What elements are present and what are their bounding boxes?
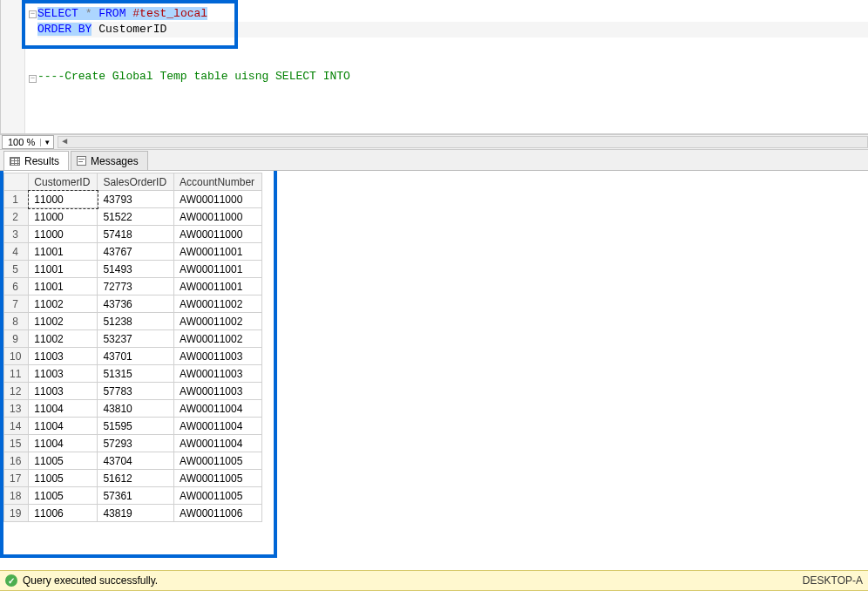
cell-salesorderid[interactable]: 51522 (98, 208, 174, 226)
cell-salesorderid[interactable]: 72773 (98, 278, 174, 296)
cell-accountnumber[interactable]: AW00011003 (174, 348, 262, 365)
table-row[interactable]: 101100343701AW00011003 (4, 348, 262, 365)
row-number[interactable]: 3 (4, 226, 29, 243)
cell-salesorderid[interactable]: 43793 (98, 191, 174, 208)
row-number[interactable]: 16 (4, 452, 29, 470)
cell-salesorderid[interactable]: 51612 (98, 470, 174, 487)
row-number[interactable]: 6 (4, 278, 29, 296)
cell-accountnumber[interactable]: AW00011005 (174, 452, 262, 470)
cell-customerid[interactable]: 11000 (29, 191, 98, 208)
horizontal-scrollbar[interactable]: ◄ (58, 136, 868, 148)
column-header[interactable]: CustomerID (29, 173, 98, 191)
cell-customerid[interactable]: 11003 (29, 365, 98, 383)
cell-salesorderid[interactable]: 43704 (98, 452, 174, 470)
cell-salesorderid[interactable]: 43819 (98, 505, 174, 522)
table-row[interactable]: 141100451595AW00011004 (4, 418, 262, 435)
cell-salesorderid[interactable]: 51595 (98, 418, 174, 435)
cell-salesorderid[interactable]: 57783 (98, 383, 174, 400)
row-number[interactable]: 2 (4, 208, 29, 226)
column-header[interactable]: AccountNumber (174, 173, 262, 191)
cell-customerid[interactable]: 11001 (29, 261, 98, 278)
cell-customerid[interactable]: 11000 (29, 208, 98, 226)
row-number[interactable]: 11 (4, 365, 29, 383)
table-row[interactable]: 171100551612AW00011005 (4, 470, 262, 487)
table-row[interactable]: 21100051522AW00011000 (4, 208, 262, 226)
cell-customerid[interactable]: 11005 (29, 487, 98, 505)
chevron-down-icon[interactable]: ▼ (40, 139, 53, 146)
cell-salesorderid[interactable]: 43810 (98, 400, 174, 418)
table-row[interactable]: 181100557361AW00011005 (4, 487, 262, 505)
cell-customerid[interactable]: 11001 (29, 278, 98, 296)
cell-accountnumber[interactable]: AW00011003 (174, 365, 262, 383)
table-row[interactable]: 121100357783AW00011003 (4, 383, 262, 400)
cell-salesorderid[interactable]: 43736 (98, 296, 174, 313)
row-number[interactable]: 17 (4, 470, 29, 487)
table-row[interactable]: 31100057418AW00011000 (4, 226, 262, 243)
fold-toggle-icon[interactable]: − (29, 10, 37, 18)
cell-salesorderid[interactable]: 57361 (98, 487, 174, 505)
cell-customerid[interactable]: 11002 (29, 330, 98, 348)
cell-accountnumber[interactable]: AW00011001 (174, 243, 262, 261)
row-number[interactable]: 18 (4, 487, 29, 505)
table-row[interactable]: 71100243736AW00011002 (4, 296, 262, 313)
cell-salesorderid[interactable]: 51315 (98, 365, 174, 383)
cell-salesorderid[interactable]: 51238 (98, 313, 174, 330)
row-number[interactable]: 19 (4, 505, 29, 522)
row-header-corner[interactable] (4, 173, 29, 191)
sql-editor-pane[interactable]: − − SELECT * FROM #test_local ORDER BY C… (0, 0, 868, 134)
cell-customerid[interactable]: 11000 (29, 226, 98, 243)
cell-accountnumber[interactable]: AW00011005 (174, 470, 262, 487)
code-text[interactable]: SELECT * FROM #test_local ORDER BY Custo… (37, 6, 868, 85)
cell-accountnumber[interactable]: AW00011004 (174, 418, 262, 435)
cell-customerid[interactable]: 11001 (29, 243, 98, 261)
table-row[interactable]: 41100143767AW00011001 (4, 243, 262, 261)
cell-accountnumber[interactable]: AW00011001 (174, 278, 262, 296)
row-number[interactable]: 4 (4, 243, 29, 261)
cell-accountnumber[interactable]: AW00011005 (174, 487, 262, 505)
table-row[interactable]: 51100151493AW00011001 (4, 261, 262, 278)
cell-accountnumber[interactable]: AW00011000 (174, 226, 262, 243)
table-row[interactable]: 111100351315AW00011003 (4, 365, 262, 383)
cell-customerid[interactable]: 11003 (29, 383, 98, 400)
table-row[interactable]: 91100253237AW00011002 (4, 330, 262, 348)
cell-accountnumber[interactable]: AW00011001 (174, 261, 262, 278)
row-number[interactable]: 15 (4, 435, 29, 452)
row-number[interactable]: 1 (4, 191, 29, 208)
cell-salesorderid[interactable]: 57293 (98, 435, 174, 452)
row-number[interactable]: 10 (4, 348, 29, 365)
cell-salesorderid[interactable]: 51493 (98, 261, 174, 278)
table-row[interactable]: 191100643819AW00011006 (4, 505, 262, 522)
cell-accountnumber[interactable]: AW00011004 (174, 435, 262, 452)
fold-toggle-icon[interactable]: − (29, 75, 37, 83)
cell-customerid[interactable]: 11002 (29, 313, 98, 330)
cell-accountnumber[interactable]: AW00011002 (174, 296, 262, 313)
cell-accountnumber[interactable]: AW00011003 (174, 383, 262, 400)
row-number[interactable]: 13 (4, 400, 29, 418)
cell-customerid[interactable]: 11002 (29, 296, 98, 313)
cell-accountnumber[interactable]: AW00011000 (174, 191, 262, 208)
cell-accountnumber[interactable]: AW00011000 (174, 208, 262, 226)
scroll-left-icon[interactable]: ◄ (60, 136, 69, 146)
results-table[interactable]: CustomerID SalesOrderID AccountNumber 11… (3, 173, 262, 522)
tab-results[interactable]: Results (3, 151, 69, 170)
row-number[interactable]: 5 (4, 261, 29, 278)
cell-customerid[interactable]: 11006 (29, 505, 98, 522)
cell-salesorderid[interactable]: 53237 (98, 330, 174, 348)
column-header[interactable]: SalesOrderID (98, 173, 174, 191)
cell-salesorderid[interactable]: 43701 (98, 348, 174, 365)
zoom-combo[interactable]: 100 % ▼ (2, 135, 54, 149)
row-number[interactable]: 7 (4, 296, 29, 313)
cell-customerid[interactable]: 11003 (29, 348, 98, 365)
cell-salesorderid[interactable]: 57418 (98, 226, 174, 243)
cell-customerid[interactable]: 11004 (29, 418, 98, 435)
cell-accountnumber[interactable]: AW00011002 (174, 330, 262, 348)
table-row[interactable]: 151100457293AW00011004 (4, 435, 262, 452)
table-row[interactable]: 161100543704AW00011005 (4, 452, 262, 470)
table-row[interactable]: 131100443810AW00011004 (4, 400, 262, 418)
row-number[interactable]: 8 (4, 313, 29, 330)
cell-accountnumber[interactable]: AW00011006 (174, 505, 262, 522)
cell-accountnumber[interactable]: AW00011002 (174, 313, 262, 330)
table-row[interactable]: 11100043793AW00011000 (4, 191, 262, 208)
row-number[interactable]: 14 (4, 418, 29, 435)
cell-accountnumber[interactable]: AW00011004 (174, 400, 262, 418)
